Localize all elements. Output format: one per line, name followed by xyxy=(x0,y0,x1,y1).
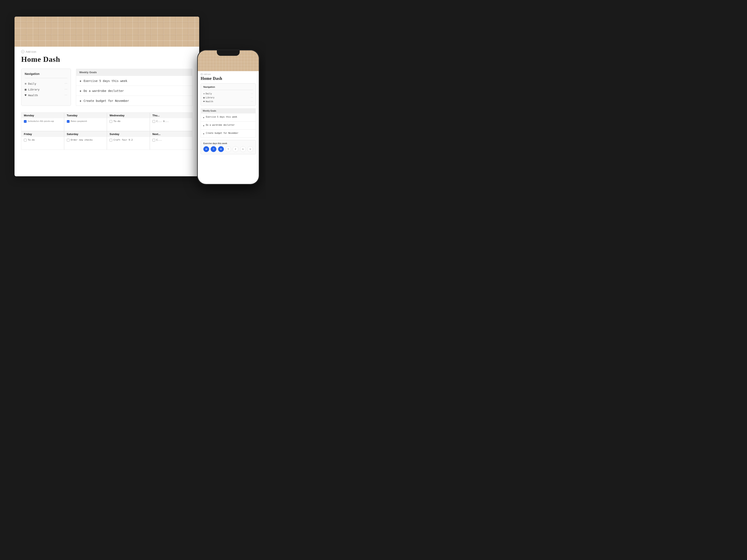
goal-item-1[interactable]: ★ Exercise 5 days this week xyxy=(76,76,192,86)
desktop-notion-page: + Add icon Home Dash Navigation ≡ Daily … xyxy=(15,17,199,176)
task-text: To-do xyxy=(28,138,35,141)
goal-text-1: Exercise 5 days this week xyxy=(84,79,127,83)
exercise-day-fri[interactable]: F xyxy=(233,146,238,152)
star-icon: ★ xyxy=(79,99,81,103)
calendar-day-friday: Friday To-do xyxy=(21,131,64,150)
phone-daily-icon: ≡ xyxy=(203,92,205,95)
day-header-wednesday: Wednesday xyxy=(107,113,150,118)
cal-task[interactable]: Make payment xyxy=(67,120,104,123)
task-text: Make payment xyxy=(71,120,87,123)
day-header-monday: Monday xyxy=(21,113,64,118)
calendar-day-monday: Monday Schedule RX pick-up xyxy=(21,112,64,131)
checkbox-checked-icon[interactable] xyxy=(24,120,27,123)
calendar-day-next: Next... C... xyxy=(150,131,193,150)
add-icon-label: Add icon xyxy=(26,50,36,53)
task-text: Order new checks xyxy=(71,138,93,141)
exercise-day-mon[interactable]: M xyxy=(203,146,209,152)
phone-goal-text-3: Create budget for November xyxy=(206,132,238,135)
phone-nav-health-label: Health xyxy=(206,100,213,103)
nav-health-label: Health xyxy=(28,94,38,97)
goal-item-2[interactable]: ★ Do a wardrobe declutter xyxy=(76,86,192,96)
phone-notch xyxy=(217,50,240,56)
weekly-goals-header: Weekly Goals xyxy=(76,69,192,76)
phone-star-icon: ★ xyxy=(203,132,204,135)
phone-goal-item-2[interactable]: ★ Do a wardrobe declutter xyxy=(201,122,256,130)
calendar-day-thursday: Thu... C... A... xyxy=(150,112,193,131)
checkbox-empty-icon[interactable] xyxy=(109,120,112,123)
checkbox-empty-icon[interactable] xyxy=(67,139,70,141)
cal-task[interactable]: Order new checks xyxy=(67,138,104,141)
day-header-thursday: Thu... xyxy=(150,113,192,118)
nav-item-dots[interactable]: ··· xyxy=(65,82,68,85)
checkbox-empty-icon[interactable] xyxy=(109,139,112,141)
nav-item-dots[interactable]: ··· xyxy=(65,94,68,97)
checkbox-checked-icon[interactable] xyxy=(67,120,70,123)
cal-task[interactable]: To-do xyxy=(109,120,147,123)
mobile-phone: + Add icon Home Dash Navigation ≡ Daily … xyxy=(197,50,259,185)
exercise-day-wed[interactable]: W xyxy=(218,146,224,152)
phone-navigation-widget: Navigation ≡ Daily ··· ▦ Library xyxy=(201,83,256,106)
checkbox-empty-icon[interactable] xyxy=(153,120,155,123)
star-icon: ★ xyxy=(79,79,81,83)
phone-nav-dots[interactable]: ··· xyxy=(251,100,253,103)
checkbox-empty-icon[interactable] xyxy=(24,139,27,141)
page-title: Home Dash xyxy=(21,55,192,64)
day-header-next: Next... xyxy=(150,131,192,137)
phone-library-icon: ▦ xyxy=(203,97,205,99)
nav-item-dots[interactable]: ··· xyxy=(65,88,68,91)
exercise-day-tue[interactable]: T xyxy=(211,146,216,152)
phone-weekly-goals-section: Weekly Goals ★ Exercise 5 days this week… xyxy=(201,108,256,137)
phone-goal-item-3[interactable]: ★ Create budget for November xyxy=(201,130,256,138)
phone-content: + Add icon Home Dash Navigation ≡ Daily … xyxy=(198,71,259,184)
mini-plus-icon: + xyxy=(201,73,203,75)
calendar-day-tuesday: Tuesday Make payment xyxy=(64,112,107,131)
day-header-friday: Friday xyxy=(21,131,64,137)
nav-daily-label: Daily xyxy=(28,82,36,85)
library-icon: ▦ xyxy=(25,88,26,91)
sidebar-item-daily[interactable]: ≡ Daily ··· xyxy=(25,81,68,86)
task-text: Schedule RX pick-up xyxy=(28,120,54,123)
phone-nav-dots[interactable]: ··· xyxy=(251,97,253,99)
phone-health-icon: ♥ xyxy=(203,100,205,103)
exercise-day-thu[interactable]: T xyxy=(225,146,231,152)
phone-sidebar-item-library[interactable]: ▦ Library ··· xyxy=(203,96,253,100)
star-icon: ★ xyxy=(79,89,81,93)
goal-item-3[interactable]: ★ Create budget for November xyxy=(76,96,192,106)
phone-add-icon-button[interactable]: + Add icon xyxy=(201,73,256,75)
phone-goal-text-1: Exercise 5 days this week xyxy=(206,115,237,118)
nav-library-label: Library xyxy=(28,88,40,91)
phone-star-icon: ★ xyxy=(203,124,204,127)
phone-page-title: Home Dash xyxy=(201,76,256,81)
add-icon-button[interactable]: + Add icon xyxy=(21,50,192,53)
sidebar-item-library[interactable]: ▦ Library ··· xyxy=(25,86,68,92)
cal-task[interactable]: C... xyxy=(153,138,190,141)
calendar-day-saturday: Saturday Order new checks xyxy=(64,131,107,150)
sidebar-item-health[interactable]: ♥ Health ··· xyxy=(25,92,68,98)
cal-task[interactable]: Schedule RX pick-up xyxy=(24,120,61,123)
exercise-day-sun[interactable]: S xyxy=(247,146,253,152)
exercise-day-sat[interactable]: S xyxy=(240,146,246,152)
phone-goal-item-1[interactable]: ★ Exercise 5 days this week xyxy=(201,113,256,122)
phone-nav-dots[interactable]: ··· xyxy=(251,92,253,95)
navigation-widget-title: Navigation xyxy=(25,72,68,76)
phone-nav-daily-label: Daily xyxy=(206,92,212,95)
day-header-sunday: Sunday xyxy=(107,131,150,137)
cal-task[interactable]: Craft fair 9-2 xyxy=(109,138,147,141)
plus-circle-icon: + xyxy=(21,50,25,53)
calendar-grid: Monday Schedule RX pick-up Tuesday Make … xyxy=(21,112,192,150)
exercise-widget-title: Exercise days this week xyxy=(203,142,253,144)
phone-sidebar-item-daily[interactable]: ≡ Daily ··· xyxy=(203,92,253,96)
task-text: To-do xyxy=(113,120,120,123)
task-text: Craft fair 9-2 xyxy=(113,138,133,141)
calendar-section: Monday Schedule RX pick-up Tuesday Make … xyxy=(21,112,192,150)
calendar-day-sunday: Sunday Craft fair 9-2 xyxy=(107,131,150,150)
phone-inner: + Add icon Home Dash Navigation ≡ Daily … xyxy=(198,50,259,184)
phone-nav-divider xyxy=(203,90,253,90)
checkbox-empty-icon[interactable] xyxy=(153,139,155,141)
phone-sidebar-item-health[interactable]: ♥ Health ··· xyxy=(203,100,253,104)
cal-task[interactable]: C... A... xyxy=(153,120,190,123)
cal-task[interactable]: To-do xyxy=(24,138,61,141)
weekly-goals-section: Weekly Goals ★ Exercise 5 days this week… xyxy=(76,69,192,106)
phone-add-icon-label: Add icon xyxy=(204,73,211,75)
phone-goal-text-2: Do a wardrobe declutter xyxy=(206,124,234,127)
